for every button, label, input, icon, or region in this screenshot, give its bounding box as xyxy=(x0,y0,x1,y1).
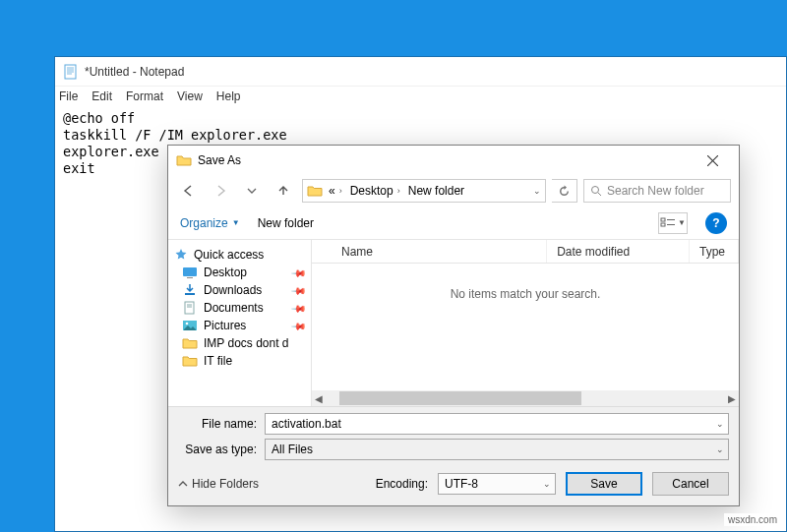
chevron-up-icon xyxy=(178,479,188,489)
cancel-button[interactable]: Cancel xyxy=(652,472,729,496)
sidebar-item-it-file[interactable]: IT file xyxy=(168,352,311,370)
filename-label: File name: xyxy=(178,417,265,431)
newfolder-button[interactable]: New folder xyxy=(258,216,314,230)
help-button[interactable]: ? xyxy=(705,212,727,234)
notepad-menubar: File Edit Format View Help xyxy=(55,87,786,106)
svg-rect-10 xyxy=(661,223,665,226)
column-name[interactable]: Name xyxy=(332,240,547,263)
close-button[interactable] xyxy=(694,148,731,173)
column-spacer xyxy=(312,240,332,263)
breadcrumb-desktop[interactable]: Desktop › xyxy=(348,183,402,199)
pictures-icon xyxy=(182,319,198,332)
save-as-dialog: Save As « › Desktop › New folder ⌄ Searc… xyxy=(167,145,740,506)
sidebar-item-downloads[interactable]: Downloads📌 xyxy=(168,281,311,299)
organize-button[interactable]: Organize ▼ xyxy=(180,216,240,230)
forward-button xyxy=(208,178,233,204)
menu-file[interactable]: File xyxy=(59,89,78,103)
back-button[interactable] xyxy=(176,178,202,204)
svg-rect-13 xyxy=(183,267,197,276)
notepad-title: *Untitled - Notepad xyxy=(85,65,184,79)
address-bar[interactable]: « › Desktop › New folder ⌄ xyxy=(302,179,546,203)
encoding-label: Encoding: xyxy=(376,477,428,491)
chevron-down-icon[interactable]: ⌄ xyxy=(716,444,724,454)
hide-folders-button[interactable]: Hide Folders xyxy=(178,477,259,491)
pin-icon: 📌 xyxy=(291,265,307,280)
notepad-titlebar: *Untitled - Notepad xyxy=(55,57,786,87)
search-placeholder: Search New folder xyxy=(607,184,704,198)
pin-icon: 📌 xyxy=(291,318,307,333)
folder-icon xyxy=(182,336,198,350)
search-icon xyxy=(590,185,602,197)
refresh-button[interactable] xyxy=(552,179,577,203)
view-button[interactable]: ▼ xyxy=(658,212,688,234)
filename-input[interactable]: activation.bat ⌄ xyxy=(265,413,729,435)
svg-point-20 xyxy=(186,323,189,325)
toolbar-row: Organize ▼ New folder ▼ ? xyxy=(168,207,739,240)
svg-rect-15 xyxy=(185,293,195,295)
sidebar-item-documents[interactable]: Documents📌 xyxy=(168,299,311,317)
sidebar: Quick access Desktop📌 Downloads📌 Documen… xyxy=(168,240,312,406)
sidebar-item-desktop[interactable]: Desktop📌 xyxy=(168,264,311,281)
sidebar-quick-access[interactable]: Quick access xyxy=(168,246,311,264)
folder-icon xyxy=(176,152,192,168)
notepad-app-icon xyxy=(63,64,79,80)
column-date[interactable]: Date modified xyxy=(547,240,690,263)
save-button[interactable]: Save xyxy=(566,472,642,496)
scroll-right-arrow[interactable]: ▶ xyxy=(725,393,739,404)
menu-view[interactable]: View xyxy=(177,89,203,103)
saveastype-select[interactable]: All Files ⌄ xyxy=(265,439,729,460)
svg-point-7 xyxy=(592,187,599,194)
chevron-down-icon[interactable]: ⌄ xyxy=(543,479,551,489)
star-icon xyxy=(174,248,188,262)
breadcrumb-root[interactable]: « › xyxy=(327,183,344,199)
column-type[interactable]: Type xyxy=(690,240,739,263)
svg-rect-9 xyxy=(661,218,665,221)
chevron-down-icon[interactable]: ⌄ xyxy=(716,419,724,429)
svg-rect-16 xyxy=(185,302,194,314)
sidebar-item-imp-docs[interactable]: IMP docs dont d xyxy=(168,334,311,352)
sidebar-item-pictures[interactable]: Pictures📌 xyxy=(168,317,311,334)
scroll-left-arrow[interactable]: ◀ xyxy=(312,393,326,404)
documents-icon xyxy=(182,301,198,315)
pin-icon: 📌 xyxy=(291,282,307,298)
encoding-select[interactable]: UTF-8 ⌄ xyxy=(438,473,556,495)
watermark: wsxdn.com xyxy=(724,513,781,526)
svg-line-8 xyxy=(598,193,601,196)
scroll-thumb[interactable] xyxy=(339,391,581,405)
folder-icon xyxy=(307,184,323,198)
menu-help[interactable]: Help xyxy=(216,89,241,103)
saveastype-label: Save as type: xyxy=(178,443,265,456)
recent-locations-button[interactable] xyxy=(239,178,265,204)
dialog-title: Save As xyxy=(198,153,694,167)
file-list-area: Name Date modified Type No items match y… xyxy=(312,240,739,406)
nav-row: « › Desktop › New folder ⌄ Search New fo… xyxy=(168,175,739,207)
folder-icon xyxy=(182,354,198,368)
search-input[interactable]: Search New folder xyxy=(583,179,731,203)
menu-edit[interactable]: Edit xyxy=(91,89,112,103)
desktop-icon xyxy=(182,266,198,279)
form-area: File name: activation.bat ⌄ Save as type… xyxy=(168,406,739,505)
svg-rect-14 xyxy=(187,277,193,278)
dialog-titlebar: Save As xyxy=(168,146,739,175)
breadcrumb-newfolder[interactable]: New folder xyxy=(406,183,466,199)
column-headers: Name Date modified Type xyxy=(312,240,739,264)
pin-icon: 📌 xyxy=(291,300,307,316)
horizontal-scrollbar[interactable]: ◀ ▶ xyxy=(312,390,739,406)
empty-message: No items match your search. xyxy=(312,264,739,390)
up-button[interactable] xyxy=(271,178,296,204)
downloads-icon xyxy=(182,283,198,297)
menu-format[interactable]: Format xyxy=(126,89,163,103)
chevron-down-icon[interactable]: ⌄ xyxy=(533,186,541,196)
